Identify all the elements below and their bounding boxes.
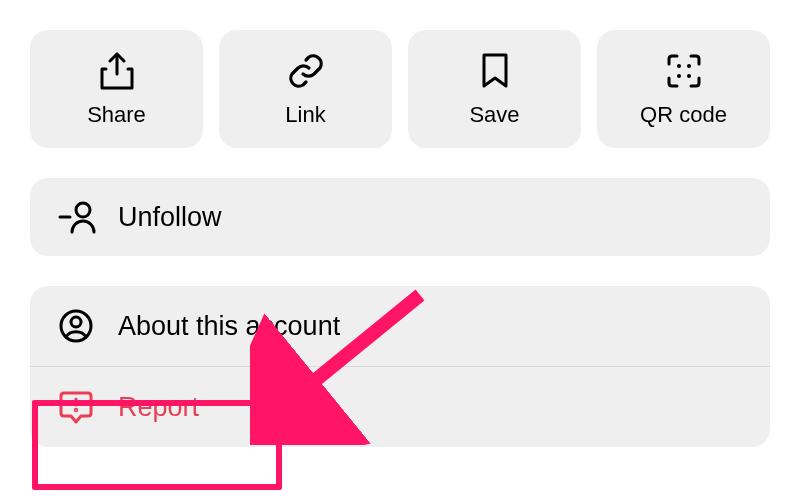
report-icon (58, 389, 118, 425)
qr-code-label: QR code (640, 102, 727, 128)
about-account-label: About this account (118, 311, 340, 342)
svg-point-4 (76, 203, 90, 217)
quick-actions-row: Share Link Save (30, 30, 770, 148)
svg-point-7 (75, 409, 76, 410)
svg-point-2 (677, 74, 681, 78)
svg-point-1 (687, 64, 691, 68)
unfollow-button[interactable]: Unfollow (30, 178, 770, 256)
unfollow-icon (58, 200, 118, 234)
action-sheet: Share Link Save (0, 0, 800, 447)
svg-point-0 (677, 64, 681, 68)
share-button[interactable]: Share (30, 30, 203, 148)
report-button[interactable]: Report (30, 366, 770, 447)
link-button[interactable]: Link (219, 30, 392, 148)
save-label: Save (469, 102, 519, 128)
group-unfollow: Unfollow (30, 178, 770, 256)
report-label: Report (118, 392, 199, 423)
group-account: About this account Report (30, 286, 770, 447)
share-icon (100, 50, 134, 92)
account-circle-icon (58, 308, 118, 344)
save-button[interactable]: Save (408, 30, 581, 148)
about-account-button[interactable]: About this account (30, 286, 770, 366)
qr-code-icon (666, 50, 702, 92)
link-label: Link (285, 102, 325, 128)
qr-code-button[interactable]: QR code (597, 30, 770, 148)
link-icon (286, 50, 326, 92)
share-label: Share (87, 102, 146, 128)
bookmark-icon (480, 50, 510, 92)
unfollow-label: Unfollow (118, 202, 222, 233)
svg-point-6 (71, 317, 81, 327)
svg-point-3 (687, 74, 691, 78)
